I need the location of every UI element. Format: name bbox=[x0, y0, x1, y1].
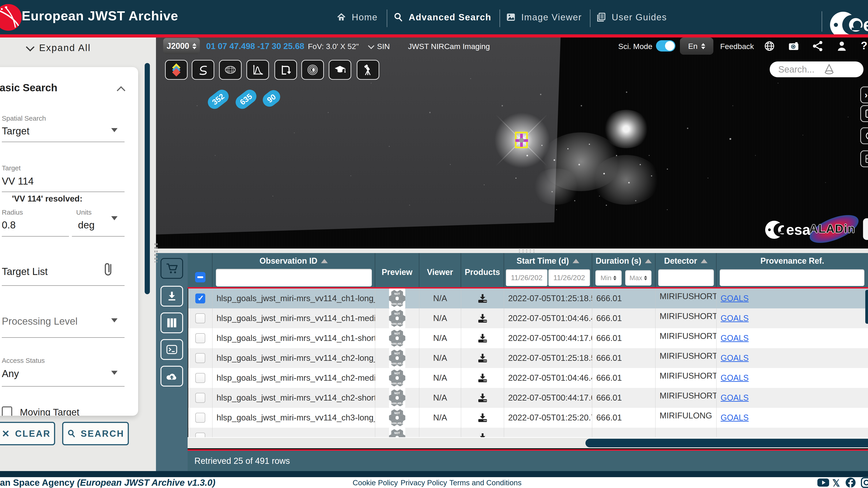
table-row[interactable]: hlsp_goals_jwst_miri-mrs_vv114_ch3-long_… bbox=[188, 408, 868, 428]
products-cell[interactable] bbox=[461, 289, 504, 308]
table-row[interactable]: hlsp_goals_jwst_miri-mrs_vv114_ch2-mediu… bbox=[188, 368, 868, 388]
nav-item-user-guides[interactable]: User Guides bbox=[596, 0, 667, 34]
dropdown-arrow-icon[interactable] bbox=[111, 318, 118, 322]
download-product-icon[interactable] bbox=[477, 413, 488, 422]
spatial-search-select[interactable]: Target bbox=[2, 125, 29, 137]
provenance-link[interactable]: GOALS bbox=[721, 413, 749, 422]
table-row[interactable]: hlsp_goals_jwst_miri-mrs_vv114_ch2-long_… bbox=[188, 348, 868, 368]
products-cell[interactable] bbox=[461, 408, 504, 428]
dropdown-arrow-icon[interactable] bbox=[111, 128, 118, 132]
row-checkbox[interactable] bbox=[195, 313, 205, 323]
sort-asc-icon[interactable] bbox=[701, 259, 708, 263]
sci-mode-toggle[interactable] bbox=[656, 40, 675, 52]
provenance-link[interactable]: GOALS bbox=[721, 393, 749, 402]
preview-cell[interactable]: NOT AVAILABLE bbox=[375, 388, 419, 408]
education-mode-button[interactable] bbox=[329, 60, 351, 80]
table-row[interactable]: hlsp_goals_jwst_miri-mrs_vv114_ch1-short… bbox=[188, 328, 868, 348]
row-checkbox[interactable] bbox=[195, 293, 205, 303]
duration-min-input[interactable]: Min bbox=[595, 270, 622, 286]
download-product-icon[interactable] bbox=[477, 294, 488, 303]
preview-cell[interactable]: NOT AVAILABLE bbox=[375, 408, 419, 428]
horizontal-scrollbar-track[interactable] bbox=[188, 438, 868, 448]
rotate-view-button[interactable] bbox=[274, 60, 297, 80]
row-checkbox[interactable] bbox=[195, 393, 205, 403]
cart-button[interactable] bbox=[160, 258, 183, 279]
products-cell[interactable] bbox=[461, 428, 504, 437]
duration-max-input[interactable]: Max bbox=[625, 270, 651, 286]
panel-layout-button[interactable] bbox=[860, 105, 868, 122]
coverage-moc-button[interactable] bbox=[219, 60, 242, 80]
detector-filter-input[interactable] bbox=[658, 269, 714, 286]
download-product-icon[interactable] bbox=[477, 433, 488, 437]
download-product-icon[interactable] bbox=[477, 314, 488, 323]
clipped-control-button[interactable] bbox=[863, 218, 868, 240]
col-detector[interactable]: Detector bbox=[655, 253, 717, 287]
privacy-policy-link[interactable]: Privacy Policy bbox=[401, 479, 447, 487]
sidebar-resize-handle[interactable] bbox=[154, 242, 158, 262]
user-icon[interactable] bbox=[836, 40, 848, 52]
cursor-coordinates[interactable]: 01 07 47.498 -17 30 25.68 bbox=[206, 41, 304, 51]
units-select[interactable]: deg bbox=[78, 219, 94, 231]
radius-input[interactable]: 0.8 bbox=[2, 219, 16, 231]
help-icon[interactable]: ? bbox=[861, 39, 867, 52]
start-date-from-input[interactable]: 11/26/202 bbox=[506, 269, 548, 286]
columns-button[interactable] bbox=[160, 313, 183, 333]
histogram-button[interactable] bbox=[246, 60, 269, 80]
cookie-policy-link[interactable]: Cookie Policy bbox=[352, 479, 398, 487]
sidebar-scrollbar[interactable] bbox=[145, 63, 150, 294]
table-resize-handle[interactable] bbox=[518, 249, 535, 253]
start-date-to-input[interactable]: 11/26/202 bbox=[548, 269, 590, 286]
vertical-scrollbar-thumb[interactable] bbox=[865, 290, 868, 324]
dropdown-arrow-icon[interactable] bbox=[111, 371, 118, 375]
chevron-down-icon[interactable] bbox=[368, 42, 374, 49]
download-button[interactable] bbox=[160, 286, 183, 306]
col-duration[interactable]: Duration (s) Min Max bbox=[592, 253, 655, 287]
col-start-time[interactable]: Start Time (d) 11/26/202 11/26/202 bbox=[504, 253, 592, 287]
select-all-checkbox[interactable] bbox=[195, 272, 206, 283]
sort-asc-icon[interactable] bbox=[321, 259, 328, 263]
nav-item-home[interactable]: Home bbox=[336, 0, 378, 34]
paperclip-icon[interactable] bbox=[102, 262, 114, 278]
circle-tool-button[interactable] bbox=[860, 127, 868, 144]
processing-level-select[interactable]: Processing Level bbox=[2, 316, 78, 327]
collapse-panel-icon[interactable] bbox=[117, 86, 125, 95]
row-checkbox[interactable] bbox=[195, 413, 205, 423]
telescope-button[interactable] bbox=[357, 60, 379, 80]
grid-tool-button[interactable] bbox=[860, 151, 868, 167]
sort-asc-icon[interactable] bbox=[645, 259, 652, 263]
products-cell[interactable] bbox=[461, 368, 504, 388]
clear-button[interactable]: ✕ CLEAR bbox=[0, 422, 55, 445]
youtube-icon[interactable] bbox=[817, 477, 830, 488]
row-checkbox[interactable] bbox=[195, 333, 205, 343]
x-twitter-icon[interactable]: 𝕏 bbox=[832, 478, 845, 488]
cloud-upload-button[interactable] bbox=[160, 366, 183, 387]
table-row[interactable]: hlsp_goals_jwst_miri-mrs_vv114_ch2-short… bbox=[188, 388, 868, 408]
dropdown-arrow-icon[interactable] bbox=[111, 216, 118, 220]
preview-cell[interactable]: NOT AVAILABLE bbox=[375, 348, 419, 368]
preview-cell[interactable]: NOT AVAILABLE bbox=[375, 289, 419, 308]
download-product-icon[interactable] bbox=[477, 353, 488, 363]
provenance-link[interactable]: GOALS bbox=[721, 294, 749, 303]
provenance-link[interactable]: GOALS bbox=[721, 314, 749, 323]
aladin-sky-viewer[interactable]: J2000 01 07 47.498 -17 30 25.68 FoV: 3.0… bbox=[156, 37, 868, 249]
provenance-link[interactable]: GOALS bbox=[721, 333, 749, 343]
search-button[interactable]: SEARCH bbox=[62, 422, 129, 445]
products-cell[interactable] bbox=[461, 388, 504, 408]
camera-icon[interactable] bbox=[788, 40, 800, 52]
download-product-icon[interactable] bbox=[477, 373, 488, 383]
provenance-link[interactable]: GOALS bbox=[721, 353, 749, 363]
concentric-circles-button[interactable] bbox=[301, 60, 324, 80]
table-row[interactable]: hlsp_goals_jwst_miri-mrs_vv114_ch1-mediu… bbox=[188, 308, 868, 328]
target-input[interactable]: VV 114 bbox=[2, 175, 34, 187]
preview-cell[interactable]: NOT AVAILABLE bbox=[375, 328, 419, 348]
download-product-icon[interactable] bbox=[477, 333, 488, 343]
download-product-icon[interactable] bbox=[477, 393, 488, 402]
provenance-link[interactable]: GOALS bbox=[721, 373, 749, 383]
feedback-link[interactable]: Feedback bbox=[720, 42, 754, 51]
globe-icon[interactable] bbox=[764, 40, 775, 52]
frame-selector[interactable]: J2000 bbox=[163, 38, 200, 54]
viewer-search-input[interactable]: Search... bbox=[770, 61, 864, 77]
terms-link[interactable]: Terms and Conditions bbox=[450, 479, 522, 487]
moving-target-checkbox[interactable] bbox=[2, 406, 12, 416]
row-checkbox[interactable] bbox=[195, 433, 205, 437]
